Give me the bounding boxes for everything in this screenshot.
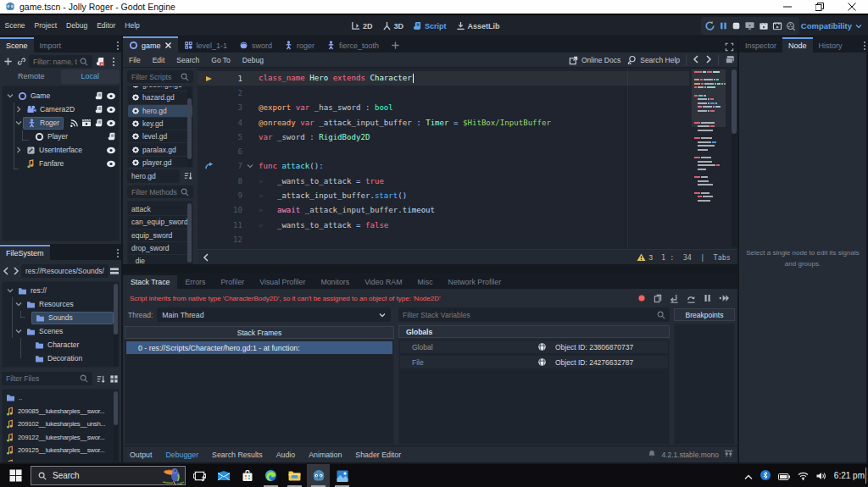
script-menu-go-to[interactable]: Go To	[205, 56, 236, 64]
renderer-dropdown[interactable]: Compatibility	[801, 15, 862, 36]
notification-button[interactable]	[648, 450, 656, 460]
script-menu-search[interactable]: Search	[170, 56, 205, 64]
chevron-down-icon[interactable]	[6, 92, 14, 99]
search-help-button[interactable]: Search Help	[626, 55, 680, 65]
instance-scene-button[interactable]	[15, 56, 27, 68]
menu-debug[interactable]: Debug	[62, 18, 92, 33]
remote-button[interactable]: Remote	[2, 69, 61, 84]
file-sort-button[interactable]	[94, 373, 106, 385]
restore-button[interactable]	[804, 0, 836, 14]
eye-button[interactable]	[106, 160, 116, 168]
continue-button[interactable]	[719, 294, 729, 302]
chevron-down-icon[interactable]	[14, 119, 23, 126]
pause-button[interactable]	[719, 21, 728, 30]
debugger-tab-profiler[interactable]: Profiler	[213, 274, 252, 291]
add-node-button[interactable]	[2, 56, 14, 68]
movie-maker-button[interactable]	[786, 21, 796, 31]
workspace-script-button[interactable]: Script	[409, 19, 450, 33]
battery-button[interactable]	[778, 468, 790, 484]
filter-files-input[interactable]: Filter Files	[2, 372, 92, 385]
stop-button[interactable]	[732, 21, 741, 30]
chevron-down-icon[interactable]	[14, 301, 23, 307]
close-tab-icon[interactable]	[164, 42, 172, 49]
bottom-output[interactable]: Output	[123, 451, 159, 459]
fs-path-box[interactable]: res://Resources/Sounds/	[21, 264, 108, 278]
play-custom-scene-button[interactable]	[772, 21, 782, 30]
file-row[interactable]: 209085__lukesharples__swor...	[3, 405, 119, 418]
fs-split-button[interactable]	[109, 265, 120, 277]
menu-help[interactable]: Help	[120, 18, 144, 33]
close-window-button[interactable]	[836, 0, 868, 14]
eye-button[interactable]	[106, 119, 116, 127]
script-button[interactable]	[94, 91, 103, 101]
fs-back-button[interactable]	[2, 265, 10, 277]
script-list-scroll-thumb[interactable]	[187, 98, 192, 159]
file-grid-button[interactable]	[108, 373, 120, 385]
bottom-debugger[interactable]: Debugger	[159, 451, 205, 459]
expand-panel-button[interactable]	[724, 450, 733, 460]
code-scroll-thumb[interactable]	[732, 69, 737, 134]
bottom-animation[interactable]: Animation	[302, 451, 348, 459]
method-item[interactable]: can_equip_sword	[128, 216, 192, 229]
script-item[interactable]: hazard.gd	[128, 91, 192, 104]
filter-methods-input[interactable]: Filter Methods	[127, 185, 193, 198]
debugger-tab-video-ram[interactable]: Video RAM	[357, 274, 409, 291]
taskbar-store-button[interactable]	[236, 464, 259, 487]
script-item[interactable]: player.gd	[128, 157, 192, 168]
chevron-down-icon[interactable]	[6, 287, 14, 294]
script-menu-debug[interactable]: Debug	[236, 56, 270, 64]
script-menu-edit[interactable]: Edit	[147, 56, 171, 64]
chevron-down-icon[interactable]	[14, 328, 23, 335]
script-button[interactable]	[94, 105, 103, 114]
scene-tree-row[interactable]: UserInterface	[3, 143, 119, 157]
debugger-tab-network-profiler[interactable]: Network Profiler	[441, 274, 509, 291]
local-button[interactable]: Local	[61, 69, 120, 84]
menu-editor[interactable]: Editor	[92, 18, 120, 33]
file-row[interactable]: 209102__lukesharples__unsh...	[3, 418, 119, 431]
fs-forward-button[interactable]	[11, 265, 19, 277]
filter-stack-variables-input[interactable]: Filter Stack Variables	[398, 307, 670, 322]
method-list-scroll-thumb[interactable]	[187, 203, 192, 263]
step-over-button[interactable]	[687, 294, 696, 303]
tab-scene[interactable]: Scene	[0, 37, 34, 53]
play-scene-button[interactable]	[759, 21, 769, 30]
menu-project[interactable]: Project	[30, 18, 61, 33]
bottom-audio[interactable]: Audio	[270, 451, 303, 459]
debugger-tab-visual-profiler[interactable]: Visual Profiler	[252, 274, 313, 291]
code-editor[interactable]: 1class_name Hero extends Character23@exp…	[198, 68, 737, 249]
bluetooth-button[interactable]	[760, 468, 771, 484]
tab-filesystem[interactable]: FileSystem	[0, 245, 50, 261]
detach-script-button[interactable]	[94, 56, 106, 68]
taskbar-edge-button[interactable]	[259, 464, 282, 487]
pause-debug-button[interactable]	[704, 294, 711, 302]
file-row[interactable]: 209133__lukesharples__fall-t...	[3, 457, 119, 463]
method-list-scrollbar[interactable]	[187, 203, 192, 274]
bottom-search-results[interactable]: Search Results	[205, 451, 270, 459]
eye-button[interactable]	[106, 92, 116, 100]
scroll-left-arrow[interactable]	[203, 253, 209, 262]
tab-history[interactable]: History	[813, 38, 849, 54]
scene-tree-row[interactable]: Game	[3, 89, 119, 102]
sort-methods-button[interactable]	[181, 169, 193, 181]
debugger-tab-misc[interactable]: Misc	[409, 274, 440, 291]
tray-expand-button[interactable]	[744, 468, 753, 484]
fs-tree-row[interactable]: res://	[3, 284, 119, 297]
menu-scene[interactable]: Scene	[0, 18, 30, 33]
tab-inspector[interactable]: Inspector	[739, 38, 782, 54]
thread-dropdown[interactable]: Main Thread	[157, 307, 391, 322]
file-row[interactable]: 209125__lukesharples__swor...	[3, 444, 119, 457]
restart-button[interactable]	[704, 20, 715, 31]
minimize-button[interactable]	[771, 0, 804, 14]
file-list-scroll-thumb[interactable]	[114, 391, 118, 425]
scene-tab-roger[interactable]: roger	[278, 37, 320, 53]
scene-tree-row[interactable]: Fanfare	[3, 157, 119, 170]
new-tab-button[interactable]	[385, 37, 406, 53]
file-row[interactable]: ..	[3, 391, 119, 405]
scene-filter-input[interactable]: Filter: name, t	[29, 55, 92, 68]
code-minimap[interactable]	[692, 68, 726, 249]
scene-tree-row[interactable]: Camera2D	[3, 102, 119, 116]
eye-button[interactable]	[106, 147, 116, 154]
file-row[interactable]: 209122__lukesharples__swor...	[3, 431, 119, 445]
wifi-button[interactable]	[798, 468, 809, 484]
signal-button[interactable]	[70, 119, 79, 128]
